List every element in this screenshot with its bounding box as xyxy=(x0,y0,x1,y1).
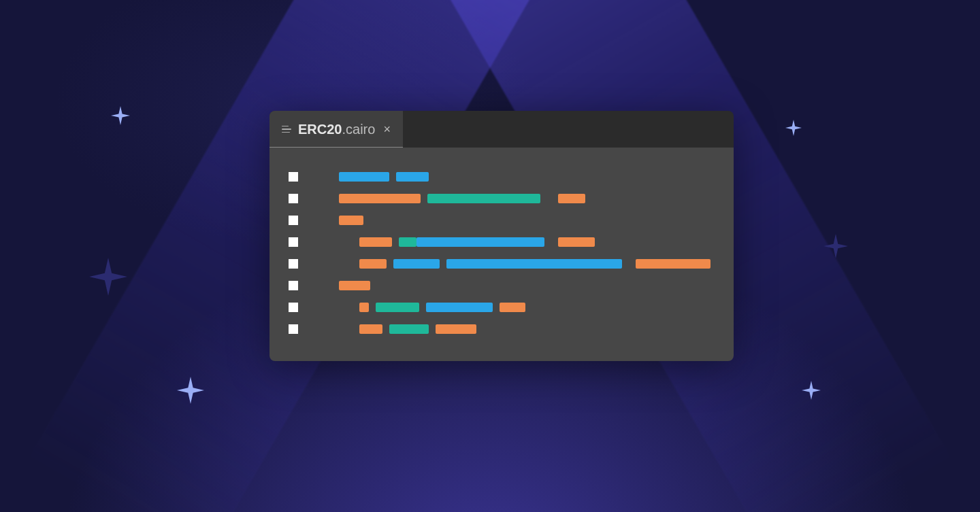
file-tab-label: ERC20.cairo xyxy=(298,122,375,137)
file-tab-inactive[interactable] xyxy=(404,111,567,148)
code-area xyxy=(270,148,734,361)
code-editor-window: ERC20.cairo × xyxy=(270,111,734,361)
code-line xyxy=(289,216,715,225)
code-token xyxy=(426,303,493,312)
line-gutter-marker xyxy=(289,281,298,290)
code-token xyxy=(339,281,370,290)
code-token xyxy=(393,259,440,269)
code-line xyxy=(289,303,715,312)
code-line xyxy=(289,281,715,290)
code-token xyxy=(427,194,540,203)
line-gutter-marker xyxy=(289,259,298,269)
line-gutter-marker xyxy=(289,324,298,334)
code-token xyxy=(399,237,416,247)
code-line xyxy=(289,172,715,182)
sparkle-icon xyxy=(785,120,802,136)
code-token xyxy=(339,216,363,225)
code-token xyxy=(636,259,710,269)
code-token xyxy=(359,259,387,269)
sparkle-icon xyxy=(802,381,821,400)
line-gutter-marker xyxy=(289,194,298,203)
code-token xyxy=(396,172,429,182)
editor-tabbar: ERC20.cairo × xyxy=(270,111,734,148)
file-name-ext: .cairo xyxy=(342,122,375,137)
sparkle-icon xyxy=(111,106,130,125)
code-token xyxy=(500,303,525,312)
code-line xyxy=(289,259,715,269)
code-token xyxy=(359,237,392,247)
code-token xyxy=(359,324,382,334)
code-line xyxy=(289,237,715,247)
file-lines-icon xyxy=(282,126,293,133)
code-token xyxy=(376,303,419,312)
line-gutter-marker xyxy=(289,172,298,182)
code-token xyxy=(359,303,369,312)
code-token xyxy=(389,324,429,334)
file-tab-active[interactable]: ERC20.cairo × xyxy=(270,111,404,148)
line-gutter-marker xyxy=(289,237,298,247)
code-line xyxy=(289,194,715,203)
code-token xyxy=(339,172,389,182)
close-icon[interactable]: × xyxy=(383,122,391,137)
code-token xyxy=(416,237,544,247)
line-gutter-marker xyxy=(289,303,298,312)
code-line xyxy=(289,324,715,334)
code-token xyxy=(558,194,585,203)
line-gutter-marker xyxy=(289,216,298,225)
sparkle-icon xyxy=(823,234,848,258)
sparkle-icon xyxy=(89,258,127,296)
sparkle-icon xyxy=(177,377,204,404)
code-token xyxy=(436,324,476,334)
code-token xyxy=(558,237,595,247)
code-token xyxy=(339,194,421,203)
file-name-bold: ERC20 xyxy=(298,122,342,137)
code-token xyxy=(446,259,622,269)
